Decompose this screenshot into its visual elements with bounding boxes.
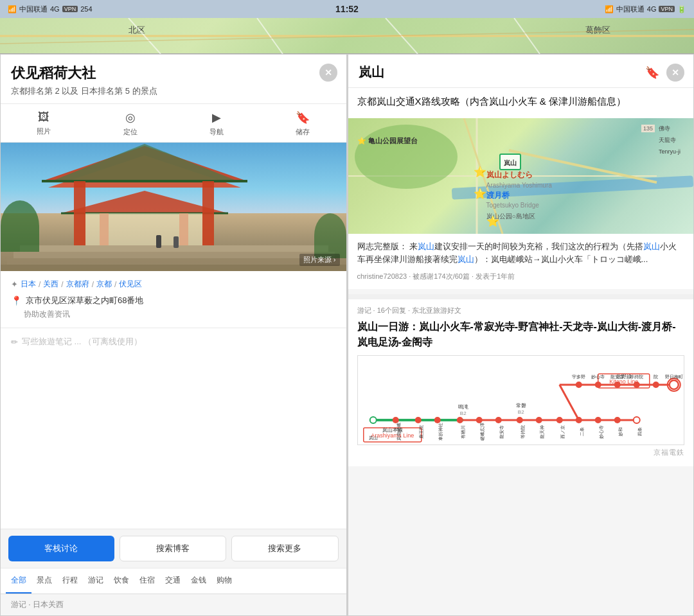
link-arashiyama3[interactable]: 岚山 (458, 254, 474, 264)
svg-point-56 (669, 380, 678, 389)
article2-title[interactable]: 岚山一日游：岚山小火车-常寂光寺-野宫神社-天龙寺-岚山大街-渡月桥-岚电足汤-… (357, 319, 685, 350)
action-location[interactable]: ◎ 定位 (123, 110, 138, 137)
status-bar: 📶 中国联通 4G VPN 254 11:52 📶 中国联通 4G VPN 🔋 (0, 0, 694, 18)
tab-lodging[interactable]: 住宿 (134, 568, 160, 594)
svg-rect-9 (1, 265, 346, 271)
map-togetsukyo-en: Togetsukyo Bridge (486, 198, 539, 210)
right-scroll-area[interactable]: 京都岚山交通X路线攻略（内含岚山小火车 & 保津川游船信息） (348, 88, 694, 615)
svg-text:妙心寺: 妙心寺 (591, 374, 605, 380)
left-action-bar: 🖼 照片 ◎ 定位 ▶ 导航 🔖 储存 (1, 104, 346, 143)
article1-title[interactable]: 京都岚山交通X路线攻略（内含岚山小火车 & 保津川游船信息） (357, 94, 685, 109)
right-close-button[interactable]: ✕ (666, 64, 684, 82)
left-panel-footer: 游记 · 日本关西 (1, 594, 346, 615)
svg-text:妙心寺: 妙心寺 (598, 425, 603, 439)
star-togetsukyo: ⭐ (474, 188, 486, 200)
breadcrumb-kyoto[interactable]: 京都 (96, 279, 112, 290)
section-divider (348, 294, 694, 299)
action-photo[interactable]: 🖼 照片 (37, 110, 51, 137)
status-left: 📶 中国联通 4G VPN 254 (8, 4, 93, 14)
bookmark-button[interactable]: 🔖 (643, 64, 661, 82)
vpn-number: 254 (80, 5, 92, 13)
svg-text:西ノ京: 西ノ京 (560, 425, 564, 439)
link-arashiyama2[interactable]: 岚山 (643, 242, 660, 251)
battery-icon: 🔋 (677, 5, 686, 13)
address-row: 📍 京市伏见区深草薮之内町68番地 (11, 295, 336, 306)
svg-text:B2: B2 (517, 409, 524, 415)
svg-text:嵯峨広澤: 嵯峨広澤 (479, 423, 484, 441)
author: christine720823 · (357, 272, 413, 280)
vpn-badge2: VPN (659, 6, 675, 12)
svg-rect-15 (74, 181, 85, 245)
signal-indicator2: 📶 (605, 5, 614, 13)
svg-text:龍安寺: 龍安寺 (499, 425, 504, 439)
svg-text:等持院: 等持院 (520, 425, 524, 439)
address-help[interactable]: 协助改善资讯 (24, 309, 336, 320)
route135-label: 135 (641, 121, 655, 133)
carrier-label: 中国联通 (19, 4, 48, 14)
article1-content: 网志完整版： 来岚山建议安排一天的时间较为充裕，我们这次的行程为（先搭岚山小火车… (348, 234, 694, 290)
svg-text:B2: B2 (459, 410, 466, 416)
status-right: 📶 中国联通 4G VPN 🔋 (605, 4, 686, 14)
right-panel-title: 岚山 (359, 64, 684, 81)
link-arashiyama1[interactable]: 岚山 (418, 242, 434, 251)
forum-button[interactable]: 客栈讨论 (8, 536, 114, 561)
action-save[interactable]: 🔖 储存 (296, 110, 310, 137)
svg-rect-16 (202, 181, 214, 245)
svg-text:龍安寺: 龍安寺 (610, 374, 624, 380)
tab-diary[interactable]: 游记 (83, 568, 109, 594)
search-blog-button[interactable]: 搜索博客 (120, 536, 227, 561)
svg-text:妙和: 妙和 (618, 427, 623, 436)
svg-point-54 (633, 382, 639, 388)
left-close-button[interactable]: ✕ (319, 64, 337, 82)
breadcrumb-fushimi[interactable]: 伏见区 (119, 279, 142, 290)
svg-point-53 (614, 382, 620, 388)
svg-point-45 (535, 417, 542, 423)
svg-point-52 (594, 382, 601, 388)
left-panel-header: 伏见稻荷大社 京都排名第 2 以及 日本排名第 5 的景点 ✕ (1, 55, 346, 104)
svg-point-55 (652, 382, 659, 388)
address-text: 京市伏见区深草薮之内町68番地 (26, 295, 143, 306)
tab-food[interactable]: 饮食 (109, 568, 134, 594)
train-map: Arashiyama Line 岚山本線 Kitano Line 北野線 (357, 355, 685, 445)
tree-left (1, 200, 39, 252)
footer-text: 游记 · 日本关西 (11, 600, 64, 609)
breadcrumb-kyoto-pref[interactable]: 京都府 (66, 279, 89, 290)
map-strip: 北区 葛飾区 (0, 18, 694, 54)
tab-money[interactable]: 金钱 (186, 568, 211, 594)
star-yoshimura: ⭐ (474, 166, 486, 178)
tab-all[interactable]: 全部 (6, 568, 31, 594)
article1-meta: christine720823 · 被感谢174次/60篇 · 发表于1年前 (357, 272, 685, 281)
svg-point-41 (456, 417, 463, 423)
breadcrumb-japan[interactable]: 日本 (21, 279, 36, 290)
photo-label: 照片 (37, 127, 51, 136)
thanks: 被感谢174次/60篇 · (413, 272, 476, 280)
svg-text:岚电嵯峨: 岚电嵯峨 (396, 423, 400, 441)
article-card-1: 京都岚山交通X路线攻略（内含岚山小火车 & 保津川游船信息） (348, 88, 694, 289)
notes-input[interactable]: ✏ 写些旅遊笔记 ... （可离线使用） (11, 336, 336, 348)
tab-attractions[interactable]: 景点 (31, 568, 57, 594)
svg-text:四条: 四条 (637, 427, 641, 436)
figure2 (174, 236, 179, 248)
save-icon: 🔖 (296, 110, 310, 125)
breadcrumb-icon: ✦ (11, 279, 18, 289)
breadcrumb-kansai[interactable]: 关西 (43, 279, 58, 290)
temple-image: 照片来源 › (1, 143, 346, 271)
location-icon: ◎ (125, 110, 136, 125)
tab-itinerary[interactable]: 行程 (57, 568, 83, 594)
svg-text:車折神社: 車折神社 (438, 423, 442, 441)
svg-text:岚山: 岚山 (368, 436, 377, 440)
tab-shopping[interactable]: 购物 (211, 568, 237, 594)
left-panel-subtitle: 京都排名第 2 以及 日本排名第 5 的景点 (11, 85, 336, 97)
tab-transport[interactable]: 交通 (160, 568, 186, 594)
location-label: 定位 (123, 127, 138, 137)
action-navigate[interactable]: ▶ 导航 (209, 110, 224, 137)
pencil-icon: ✏ (11, 337, 18, 347)
address-pin-icon: 📍 (11, 295, 22, 306)
image-caption: 照片来源 › (299, 254, 340, 266)
svg-rect-7 (13, 252, 335, 258)
signal-indicator: 📶 (8, 5, 17, 13)
search-more-button[interactable]: 搜索更多 (231, 536, 339, 561)
tenryuji-label: 佛寺天龍寺Tenryu-ji (659, 121, 681, 156)
map-kameyama-label: ⭐ 亀山公园展望台 (357, 134, 418, 146)
svg-point-37 (369, 417, 376, 423)
